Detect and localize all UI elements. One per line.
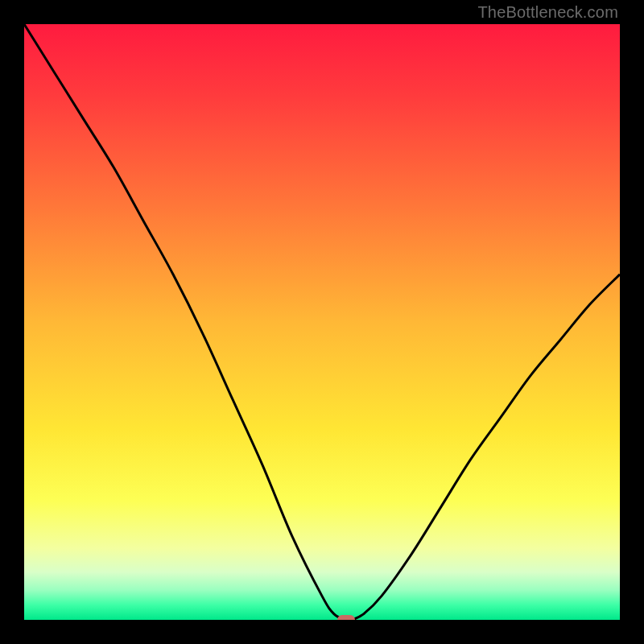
- bottleneck-curve: [24, 24, 620, 620]
- watermark-text: TheBottleneck.com: [477, 3, 618, 22]
- chart-frame: TheBottleneck.com: [0, 0, 644, 644]
- plot-area: [24, 24, 620, 620]
- optimal-marker: [337, 615, 355, 620]
